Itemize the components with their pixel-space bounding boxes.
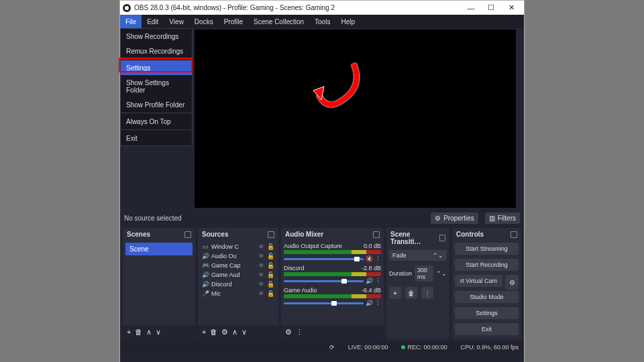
speaker-icon[interactable]: 🔊 bbox=[366, 278, 373, 284]
virtual-cam-settings-button[interactable]: ⚙ bbox=[505, 275, 519, 290]
visibility-icon[interactable]: 👁 bbox=[258, 290, 265, 297]
scene-down-button[interactable]: ∨ bbox=[156, 328, 161, 337]
duration-stepper[interactable]: ⌃⌄ bbox=[436, 270, 447, 277]
source-item[interactable]: 🔊Discord👁🔓 bbox=[201, 280, 276, 288]
network-icon: ⟳ bbox=[329, 344, 335, 351]
source-type-icon: 🔊 bbox=[202, 253, 209, 259]
menu-tools[interactable]: Tools bbox=[309, 15, 335, 28]
close-button[interactable]: ✕ bbox=[501, 3, 521, 12]
maximize-button[interactable]: ☐ bbox=[481, 3, 501, 12]
menu-help[interactable]: Help bbox=[335, 15, 360, 28]
file-menu-always-on-top[interactable]: Always On Top bbox=[121, 114, 192, 129]
remove-source-button[interactable]: 🗑 bbox=[210, 328, 217, 337]
pop-out-icon[interactable] bbox=[511, 231, 517, 238]
transitions-title: Scene Transiti… bbox=[390, 231, 439, 245]
pop-out-icon[interactable] bbox=[373, 231, 380, 238]
mixer-channel: Audio Output Capture0.0 dB🔇⋮ bbox=[284, 243, 381, 262]
source-type-icon: ▭ bbox=[202, 243, 209, 250]
file-menu-remux-recordings[interactable]: Remux Recordings bbox=[121, 44, 192, 58]
file-menu-exit[interactable]: Exit bbox=[121, 131, 192, 145]
channel-menu-button[interactable]: ⋮ bbox=[375, 278, 381, 284]
mixer-channel: Game Audio-6.4 dB🔊⋮ bbox=[284, 287, 381, 306]
sources-dock: Sources ▭Window C👁🔓🔊Audio Ou👁🔓🎮Game Cap👁… bbox=[198, 228, 278, 339]
volume-slider[interactable] bbox=[284, 258, 364, 260]
lock-icon[interactable]: 🔓 bbox=[267, 262, 274, 269]
lock-icon[interactable]: 🔓 bbox=[267, 290, 274, 297]
source-settings-button[interactable]: ⚙ bbox=[221, 328, 228, 337]
add-scene-button[interactable]: + bbox=[127, 328, 131, 337]
properties-button[interactable]: ⚙Properties bbox=[431, 213, 478, 224]
menu-file[interactable]: File bbox=[120, 15, 142, 28]
mute-icon[interactable]: 🔇 bbox=[366, 255, 373, 262]
menubar: FileEditViewDocksProfileScene Collection… bbox=[120, 15, 524, 28]
speaker-icon[interactable]: 🔊 bbox=[366, 300, 373, 306]
scene-up-button[interactable]: ∧ bbox=[146, 328, 152, 337]
source-item[interactable]: 🎤Mic👁🔓 bbox=[201, 290, 276, 298]
source-type-icon: 🎤 bbox=[202, 290, 209, 297]
file-menu-show-recordings[interactable]: Show Recordings bbox=[121, 29, 192, 44]
scene-item[interactable]: Scene bbox=[125, 243, 193, 255]
source-type-icon: 🔊 bbox=[202, 272, 209, 278]
channel-menu-button[interactable]: ⋮ bbox=[375, 300, 381, 306]
visibility-icon[interactable]: 👁 bbox=[258, 262, 265, 269]
menu-edit[interactable]: Edit bbox=[142, 15, 164, 28]
mixer-settings-button[interactable]: ⚙ bbox=[285, 328, 292, 337]
highlight-box bbox=[119, 58, 193, 72]
rec-status: REC: 00:00:00 bbox=[407, 344, 447, 351]
duration-label: Duration bbox=[389, 270, 412, 277]
dock-row: Scenes Scene + 🗑 ∧ ∨ Sources ▭Window C👁🔓… bbox=[120, 226, 524, 341]
volume-slider[interactable] bbox=[284, 280, 364, 282]
transition-menu-button[interactable]: ⋮ bbox=[421, 287, 433, 299]
sources-title: Sources bbox=[202, 231, 228, 238]
lock-icon[interactable]: 🔓 bbox=[267, 243, 274, 250]
exit-button[interactable]: Exit bbox=[455, 323, 519, 335]
menu-profile[interactable]: Profile bbox=[219, 15, 248, 28]
visibility-icon[interactable]: 👁 bbox=[258, 281, 265, 288]
visibility-icon[interactable]: 👁 bbox=[258, 253, 265, 259]
preview-canvas[interactable] bbox=[195, 29, 516, 208]
source-item[interactable]: 🔊Audio Ou👁🔓 bbox=[201, 252, 276, 260]
volume-slider[interactable] bbox=[284, 302, 364, 304]
annotation-arrow bbox=[312, 61, 366, 115]
minimize-button[interactable]: — bbox=[461, 4, 481, 12]
source-item[interactable]: ▭Window C👁🔓 bbox=[201, 243, 276, 251]
source-down-button[interactable]: ∨ bbox=[241, 328, 247, 337]
duration-field[interactable]: 300 ms bbox=[415, 265, 433, 282]
pop-out-icon[interactable] bbox=[268, 231, 274, 238]
pop-out-icon[interactable] bbox=[184, 231, 191, 238]
source-item[interactable]: 🎮Game Cap👁🔓 bbox=[201, 261, 276, 269]
filters-button[interactable]: ▥Filters bbox=[485, 213, 520, 224]
remove-scene-button[interactable]: 🗑 bbox=[135, 328, 142, 337]
menu-docks[interactable]: Docks bbox=[189, 15, 219, 28]
file-menu-show-settings-folder[interactable]: Show Settings Folder bbox=[121, 75, 192, 97]
start-recording-button[interactable]: Start Recording bbox=[455, 259, 519, 271]
studio-mode-button[interactable]: Studio Mode bbox=[455, 291, 519, 303]
channel-menu-button[interactable]: ⋮ bbox=[375, 255, 381, 262]
scenes-title: Scenes bbox=[127, 231, 150, 238]
source-up-button[interactable]: ∧ bbox=[232, 328, 237, 337]
file-menu-show-profile-folder[interactable]: Show Profile Folder bbox=[121, 97, 192, 112]
settings-button[interactable]: Settings bbox=[455, 307, 519, 319]
titlebar: OBS 28.0.3 (64-bit, windows) - Profile: … bbox=[120, 1, 524, 15]
menu-scene-collection[interactable]: Scene Collection bbox=[248, 15, 309, 28]
start-streaming-button[interactable]: Start Streaming bbox=[455, 243, 519, 255]
source-toolbar: No source selected ⚙Properties ▥Filters bbox=[120, 210, 524, 226]
no-source-label: No source selected bbox=[124, 215, 182, 222]
transition-select[interactable]: Fade⌃⌄ bbox=[389, 250, 447, 261]
live-status: LIVE: 00:00:00 bbox=[348, 344, 388, 351]
menu-view[interactable]: View bbox=[164, 15, 189, 28]
source-item[interactable]: 🔊Game Aud👁🔓 bbox=[201, 271, 276, 279]
transitions-dock: Scene Transiti… Fade⌃⌄ Duration 300 ms ⌃… bbox=[386, 228, 449, 339]
scenes-dock: Scenes Scene + 🗑 ∧ ∨ bbox=[123, 228, 195, 339]
add-source-button[interactable]: + bbox=[202, 328, 206, 337]
remove-transition-button[interactable]: 🗑 bbox=[405, 287, 417, 299]
pop-out-icon[interactable] bbox=[439, 235, 445, 241]
mixer-menu-button[interactable]: ⋮ bbox=[296, 328, 303, 337]
add-transition-button[interactable]: + bbox=[389, 287, 401, 299]
visibility-icon[interactable]: 👁 bbox=[258, 272, 265, 278]
lock-icon[interactable]: 🔓 bbox=[267, 253, 274, 259]
virtual-cam-button[interactable]: rt Virtual Cam bbox=[455, 275, 502, 287]
lock-icon[interactable]: 🔓 bbox=[267, 281, 274, 288]
lock-icon[interactable]: 🔓 bbox=[267, 272, 274, 278]
visibility-icon[interactable]: 👁 bbox=[258, 243, 265, 250]
